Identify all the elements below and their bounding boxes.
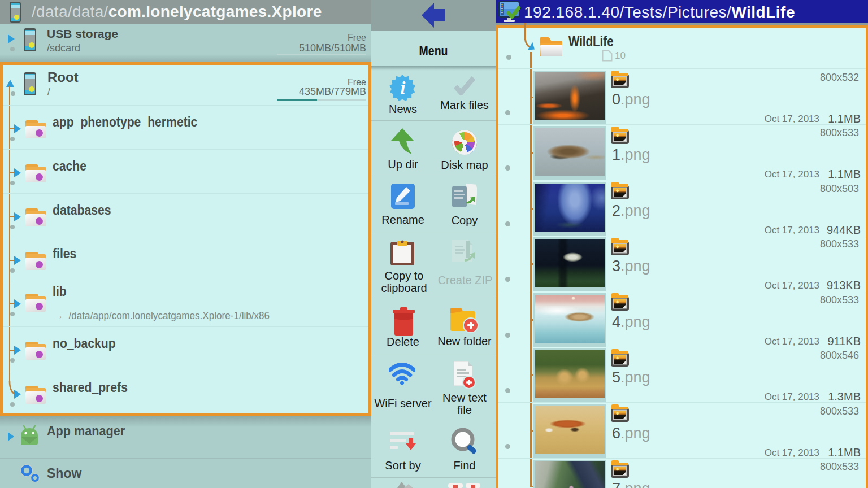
svg-text:i: i: [401, 77, 406, 98]
